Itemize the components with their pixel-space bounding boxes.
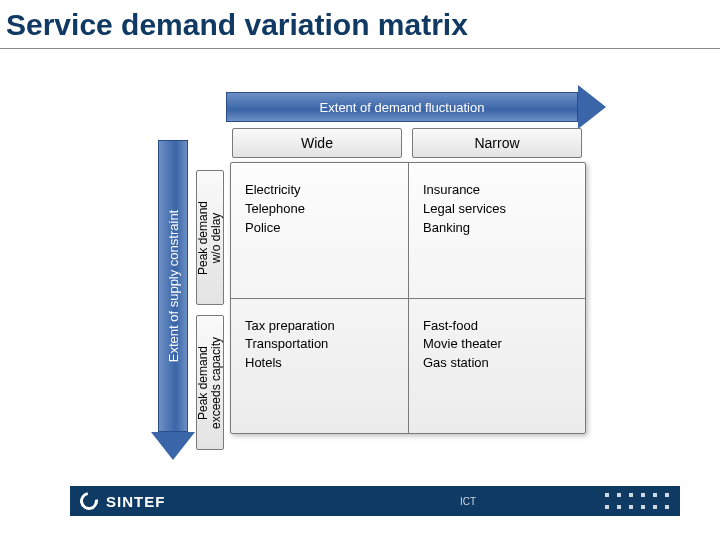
title-underline (0, 48, 720, 49)
row-header-bottom-label: Peak demandexceeds capacity (197, 336, 223, 428)
vertical-axis-label: Extent of supply constraint (166, 210, 181, 362)
horizontal-axis-label: Extent of demand fluctuation (226, 92, 578, 122)
horizontal-axis-arrow: Extent of demand fluctuation (226, 92, 606, 122)
column-header-wide: Wide (232, 128, 402, 158)
department-label: ICT (460, 496, 476, 507)
row-header-peak-no-delay: Peak demandw/o delay (196, 170, 224, 305)
vertical-axis-shaft: Extent of supply constraint (158, 140, 188, 432)
cell-narrow-nodelay: InsuranceLegal servicesBanking (408, 163, 585, 298)
sintef-logo-icon (76, 488, 101, 513)
table-row: ElectricityTelephonePolice InsuranceLega… (231, 163, 585, 298)
matrix-body: ElectricityTelephonePolice InsuranceLega… (230, 162, 586, 434)
table-row: Tax preparationTransportationHotels Fast… (231, 298, 585, 434)
footer-bar: SINTEF ICT (70, 486, 680, 516)
column-header-narrow: Narrow (412, 128, 582, 158)
decorative-dots (602, 490, 672, 512)
cell-wide-exceeds: Tax preparationTransportationHotels (231, 299, 408, 434)
cell-narrow-exceeds: Fast-foodMovie theaterGas station (408, 299, 585, 434)
brand-name: SINTEF (106, 493, 165, 510)
row-header-peak-exceeds: Peak demandexceeds capacity (196, 315, 224, 450)
vertical-axis-arrow: Extent of supply constraint (158, 140, 188, 460)
arrow-right-icon (578, 85, 606, 129)
row-header-top-label: Peak demandw/o delay (197, 200, 223, 274)
cell-wide-nodelay: ElectricityTelephonePolice (231, 163, 408, 298)
page-title: Service demand variation matrix (6, 8, 468, 42)
arrow-down-icon (151, 432, 195, 460)
